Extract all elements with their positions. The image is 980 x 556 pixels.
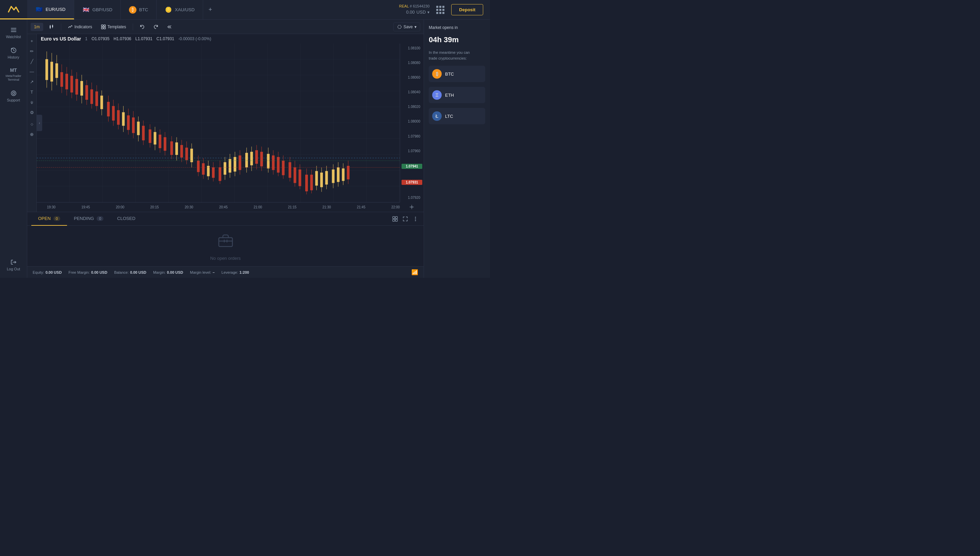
orders-expand-button[interactable] (401, 215, 409, 223)
metatrader-label: MetaTrader Terminal (5, 74, 23, 82)
tab-flag-btc: ₿ (129, 6, 137, 14)
svg-rect-55 (122, 112, 125, 126)
logout-label: Log Out (7, 267, 20, 271)
ohlc-open: O1.07935 (92, 36, 110, 41)
svg-rect-143 (393, 217, 395, 218)
redo-button[interactable] (150, 23, 162, 31)
svg-rect-119 (294, 168, 297, 183)
crypto-eth[interactable]: Ξ ETH (429, 87, 485, 103)
eraser-tool[interactable]: ◇ (28, 120, 36, 128)
tab-eur-usd[interactable]: 🇪🇺 EUR/USD (27, 0, 74, 19)
tab-xau-usd[interactable]: 🪙 XAU/USD (156, 0, 203, 19)
chart-canvas-row: 1.08100 1.08080 1.08060 1.08040 1.08020 … (37, 44, 424, 202)
svg-rect-65 (149, 129, 152, 143)
svg-rect-69 (159, 134, 161, 148)
price-4: 1.08040 (401, 90, 422, 94)
horizontal-tool[interactable]: — (28, 68, 36, 76)
orders-more-button[interactable] (411, 215, 419, 223)
templates-button[interactable]: Templates (98, 23, 130, 31)
price-8: 1.07960 (401, 149, 422, 153)
rewind-button[interactable] (164, 23, 175, 31)
save-dropdown-icon: ▾ (414, 24, 416, 29)
svg-rect-150 (219, 238, 232, 247)
price-7: 1.07980 (401, 134, 422, 138)
price-badge-red: 1.07931 (401, 180, 422, 185)
more-icon (413, 216, 418, 221)
order-tab-pending-count: 0 (97, 216, 103, 221)
crypto-btc[interactable]: ₿ BTC (429, 66, 485, 82)
orders-tabs: OPEN 0 PENDING 0 CLOSED (27, 212, 424, 226)
chart-canvas-area (37, 44, 400, 202)
sidebar-item-metatrader[interactable]: MT MetaTrader Terminal (2, 64, 26, 85)
crosshair-tool[interactable]: + (28, 37, 36, 45)
eth-label: ETH (445, 93, 454, 98)
line-tool[interactable]: ╱ (28, 57, 36, 65)
time-7: 21:00 (253, 205, 262, 209)
arrow-tool[interactable]: ↗ (28, 78, 36, 86)
chart-collapse-button[interactable]: ‹ (37, 115, 42, 131)
svg-rect-137 (342, 168, 345, 181)
svg-point-4 (11, 91, 16, 96)
add-tab-button[interactable]: + (203, 0, 218, 19)
zoom-tool[interactable]: ⊕ (28, 130, 36, 138)
undo-button[interactable] (137, 23, 148, 31)
indicators-button[interactable]: Indicators (64, 23, 96, 31)
tab-btc[interactable]: ₿ BTC (121, 0, 156, 19)
right-panel: Market opens in 04h 39m In the meantime … (424, 20, 490, 278)
logo-icon (6, 4, 21, 15)
svg-rect-89 (212, 168, 215, 178)
footer-balance: Balance: 0.00 USD (114, 270, 146, 275)
svg-rect-135 (337, 168, 340, 182)
chart-type-button[interactable] (45, 23, 58, 31)
pen-tool[interactable]: ✏ (28, 47, 36, 55)
chart-toolbar: 1m Indicators (27, 20, 424, 34)
footer-equity: Equity: 0.00 USD (33, 270, 61, 275)
svg-rect-123 (305, 175, 308, 191)
header-right: REAL # 61544230 0.00 USD ▾ Deposit (392, 4, 490, 15)
tab-gbp-usd[interactable]: 🇬🇧 GBP/USD (74, 0, 121, 19)
orders-layout-button[interactable] (391, 215, 399, 223)
svg-rect-61 (137, 121, 140, 135)
sidebar-item-logout[interactable]: Log Out (2, 255, 26, 275)
apps-grid-button[interactable] (436, 6, 445, 14)
svg-rect-129 (320, 173, 323, 187)
svg-rect-99 (239, 155, 241, 170)
settings-tool[interactable]: ⚙ (28, 108, 36, 116)
sidebar-item-history[interactable]: History (2, 44, 26, 63)
svg-rect-35 (71, 76, 73, 93)
order-tab-open-count: 0 (53, 216, 60, 221)
market-opens-time: 04h 39m (429, 36, 485, 44)
text-tool[interactable]: T (28, 88, 36, 96)
btc-icon: ₿ (432, 69, 442, 79)
time-axis-settings[interactable] (400, 202, 424, 212)
svg-rect-97 (234, 157, 237, 171)
svg-rect-81 (190, 149, 193, 162)
history-icon (10, 47, 17, 54)
fibonacci-tool[interactable]: ψ (28, 98, 36, 106)
account-balance: 0.00 USD ▾ (399, 8, 430, 15)
crypto-ltc[interactable]: Ł LTC (429, 108, 485, 124)
ohlc-low: L1.07931 (135, 36, 152, 41)
deposit-button[interactable]: Deposit (451, 4, 483, 15)
order-tab-open[interactable]: OPEN 0 (31, 212, 67, 226)
footer-margin: Margin: 0.00 USD (153, 270, 183, 275)
logout-icon (10, 259, 17, 265)
sidebar-item-watchlist[interactable]: Watchlist (2, 23, 26, 42)
order-tab-pending-label: PENDING (74, 216, 94, 221)
ltc-label: LTC (445, 114, 453, 119)
timeframe-button[interactable]: 1m (31, 23, 43, 31)
indicators-icon (68, 24, 73, 29)
svg-rect-95 (229, 159, 231, 173)
sidebar-item-support[interactable]: Support (2, 86, 26, 105)
order-tab-pending[interactable]: PENDING 0 (67, 212, 110, 226)
save-button[interactable]: Save ▾ (393, 23, 420, 31)
svg-rect-43 (90, 89, 93, 104)
svg-rect-109 (267, 154, 269, 168)
watchlist-label: Watchlist (6, 35, 21, 39)
order-tab-closed[interactable]: CLOSED (110, 212, 142, 226)
time-6: 20:45 (219, 205, 228, 209)
svg-rect-13 (102, 25, 103, 27)
time-5: 20:30 (185, 205, 193, 209)
tab-flag-eur-usd: 🇪🇺 (35, 5, 43, 13)
svg-rect-41 (85, 85, 88, 100)
